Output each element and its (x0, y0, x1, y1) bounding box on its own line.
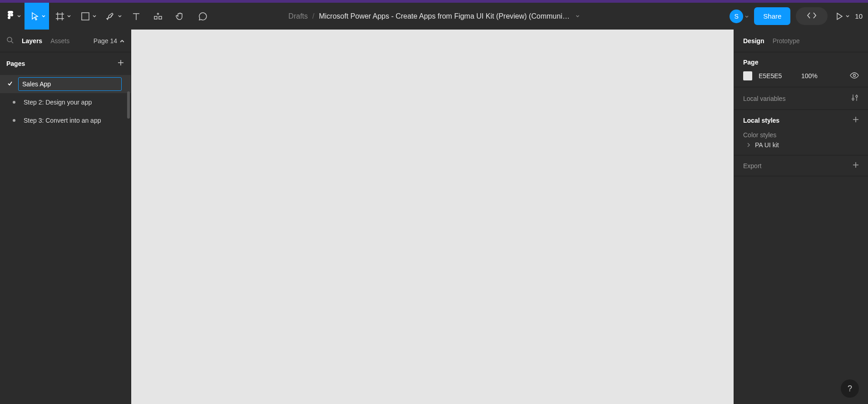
help-button[interactable]: ? (841, 379, 859, 398)
help-icon: ? (848, 384, 852, 394)
share-button[interactable]: Share (754, 7, 790, 25)
local-styles-label: Local styles (743, 117, 779, 124)
page-row[interactable]: Step 3: Convert into an app (0, 111, 131, 130)
local-styles-section: Local styles Color styles PA UI kit (734, 110, 868, 155)
avatar: S (730, 10, 743, 23)
page-selector[interactable]: Page 14 (94, 37, 124, 45)
bullet-icon (13, 101, 15, 104)
search-icon[interactable] (6, 36, 14, 45)
page-row-label: Step 2: Design your app (24, 99, 92, 106)
pages-list: Step 2: Design your app Step 3: Convert … (0, 75, 131, 130)
comment-tool-button[interactable] (192, 3, 214, 30)
right-panel-tabs: Design Prototype (734, 30, 868, 52)
color-styles-label: Color styles (743, 131, 859, 139)
chevron-down-icon (846, 15, 849, 18)
add-page-button[interactable] (117, 59, 124, 68)
color-opacity-value[interactable]: 100% (801, 72, 818, 80)
color-style-group[interactable]: PA UI kit (743, 139, 859, 149)
rectangle-icon (81, 12, 90, 21)
play-icon (836, 12, 843, 20)
page-background-row: E5E5E5 100% (743, 71, 859, 80)
scrollbar-thumb[interactable] (127, 91, 130, 119)
chevron-down-icon (67, 15, 71, 18)
page-section-title: Page (743, 59, 859, 66)
text-tool-button[interactable] (125, 3, 147, 30)
comment-icon (198, 11, 208, 21)
svg-point-4 (7, 37, 12, 42)
add-style-button[interactable] (853, 116, 859, 124)
color-swatch[interactable] (743, 71, 752, 80)
chevron-down-icon (118, 15, 122, 18)
tab-layers[interactable]: Layers (22, 37, 42, 45)
visibility-toggle-icon[interactable] (850, 72, 859, 80)
right-panel: Design Prototype Page E5E5E5 100% Local … (734, 30, 868, 404)
tab-design[interactable]: Design (743, 37, 764, 45)
bullet-icon (13, 119, 15, 122)
present-button[interactable] (833, 3, 852, 30)
pages-header: Pages (0, 52, 131, 75)
resources-tool-button[interactable] (147, 3, 169, 30)
page-selector-label: Page 14 (94, 37, 117, 45)
hand-icon (175, 11, 185, 21)
svg-point-0 (10, 14, 13, 16)
app-root: Drafts / Microsoft Power Apps - Create A… (0, 3, 868, 404)
tab-prototype[interactable]: Prototype (773, 37, 800, 45)
hand-tool-button[interactable] (169, 3, 192, 30)
move-tool-button[interactable] (25, 3, 49, 30)
text-icon (132, 12, 141, 21)
svg-rect-2 (154, 16, 157, 19)
zoom-label[interactable]: 10 (855, 12, 863, 20)
export-label: Export (743, 162, 761, 170)
user-menu-button[interactable]: S (730, 10, 749, 23)
pen-icon (106, 12, 115, 21)
local-variables-section[interactable]: Local variables (734, 87, 868, 110)
check-icon (7, 80, 14, 88)
canvas[interactable] (131, 30, 734, 404)
main-menu-button[interactable] (0, 3, 25, 30)
left-panel-tabs: Layers Assets Page 14 (0, 30, 131, 52)
page-row-editing[interactable] (0, 75, 131, 93)
resources-icon (153, 12, 163, 21)
cursor-icon (31, 12, 39, 21)
shape-tool-button[interactable] (74, 3, 100, 30)
figma-logo-icon (6, 11, 15, 22)
chevron-down-icon (745, 12, 749, 20)
file-title-menu-button[interactable] (576, 15, 580, 18)
svg-point-7 (856, 95, 858, 97)
toolbar-right: S Share 10 (730, 3, 868, 30)
file-title[interactable]: Microsoft Power Apps - Create Apps from … (319, 12, 569, 20)
page-section: Page E5E5E5 100% (734, 52, 868, 87)
frame-tool-button[interactable] (49, 3, 74, 30)
avatar-initial: S (735, 13, 739, 20)
dev-mode-toggle[interactable] (796, 7, 828, 25)
pages-header-label: Pages (6, 60, 25, 67)
local-variables-label: Local variables (743, 95, 785, 102)
main-body: Layers Assets Page 14 Pages (0, 30, 868, 404)
chevron-down-icon (17, 15, 21, 18)
svg-point-5 (853, 74, 856, 76)
breadcrumb-location[interactable]: Drafts (288, 12, 308, 20)
color-style-group-label: PA UI kit (755, 141, 779, 149)
frame-icon (55, 12, 64, 21)
chevron-right-icon (747, 141, 750, 149)
breadcrumb-divider: / (312, 12, 314, 20)
chevron-down-icon (42, 15, 45, 18)
variables-settings-icon[interactable] (851, 94, 859, 103)
page-row[interactable]: Step 2: Design your app (0, 93, 131, 111)
svg-rect-1 (82, 13, 89, 20)
left-panel: Layers Assets Page 14 Pages (0, 30, 131, 404)
code-icon (807, 12, 817, 21)
svg-point-6 (852, 98, 854, 100)
pen-tool-button[interactable] (100, 3, 125, 30)
chevron-up-icon (120, 37, 124, 45)
tab-assets[interactable]: Assets (50, 37, 69, 45)
page-row-label: Step 3: Convert into an app (24, 117, 101, 124)
svg-rect-3 (159, 16, 162, 19)
chevron-down-icon (93, 15, 96, 18)
add-export-button[interactable] (853, 162, 859, 170)
page-name-input[interactable] (18, 77, 122, 91)
export-section[interactable]: Export (734, 155, 868, 176)
main-toolbar: Drafts / Microsoft Power Apps - Create A… (0, 3, 868, 30)
color-hex-value[interactable]: E5E5E5 (759, 72, 795, 80)
breadcrumb: Drafts / Microsoft Power Apps - Create A… (288, 12, 579, 20)
